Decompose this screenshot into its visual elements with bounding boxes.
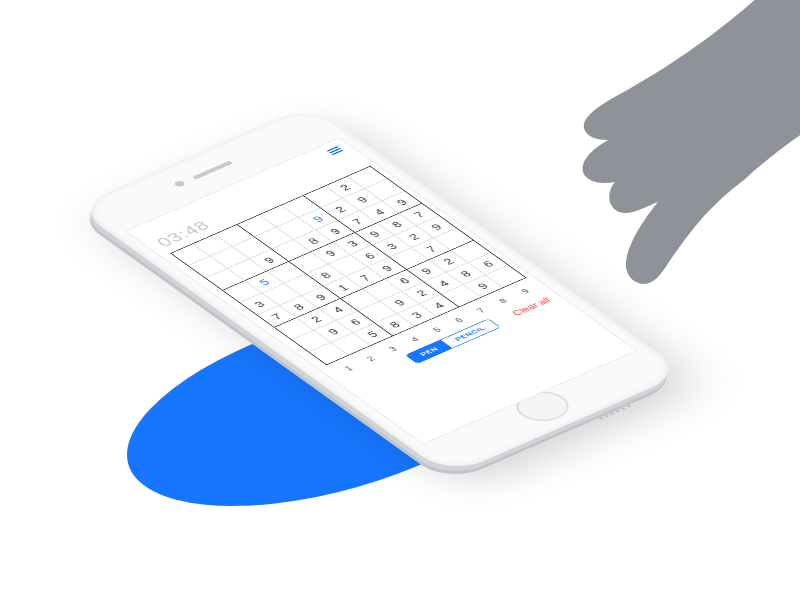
menu-icon[interactable] — [326, 146, 343, 155]
speaker-slot — [192, 161, 234, 180]
speaker-grille — [598, 405, 631, 420]
camera-dot — [173, 180, 187, 188]
